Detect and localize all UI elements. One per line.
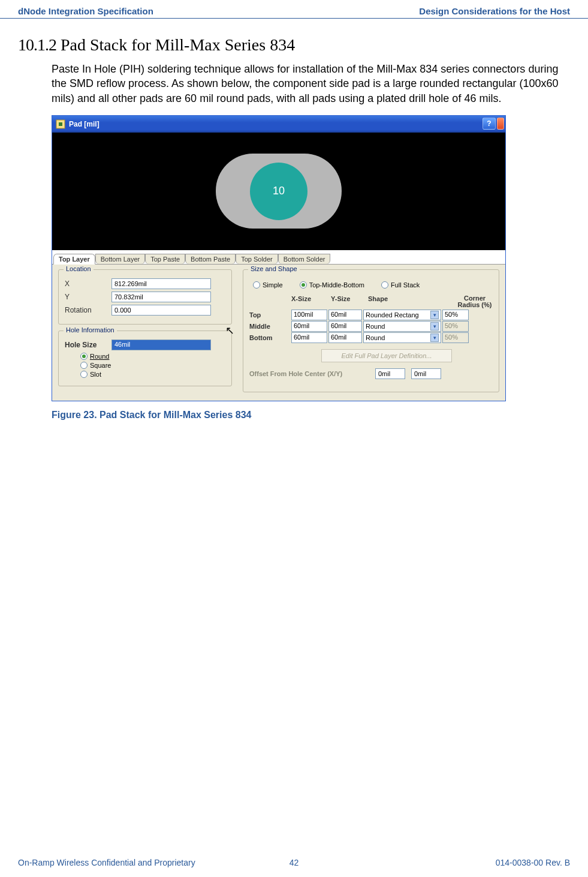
window-buttons: ? [483,118,504,130]
dialog-title: Pad [mil] [69,120,99,128]
help-button[interactable]: ? [483,118,496,130]
close-button[interactable] [497,118,504,130]
location-legend: Location [64,265,94,272]
col-xsize: X-Size [291,295,331,309]
row-bottom: Bottom 60mil 60mil Round▾ 50% [249,332,493,343]
pad-dialog: Pad [mil] ? 10 Top Layer Bottom Layer To… [52,115,506,401]
middle-ysize[interactable]: 60mil [328,321,362,332]
hole-group: Hole Information Hole Size 46mil Round S… [58,331,232,386]
col-ysize: Y-Size [331,295,368,309]
section-heading: 10.1.2 Pad Stack for Mill-Max Series 834 [18,35,588,55]
tab-top-paste[interactable]: Top Paste [145,254,185,264]
tab-top-solder[interactable]: Top Solder [236,254,278,264]
titlebar[interactable]: Pad [mil] ? [52,116,505,133]
x-label: X [65,280,107,288]
row-middle-label: Middle [249,323,291,330]
bottom-corner: 50% [442,332,469,343]
y-input[interactable] [111,292,211,302]
radio-icon [80,371,88,378]
page-footer: On-Ramp Wireless Confidential and Propri… [0,858,588,867]
mode-simple: Simple [263,281,283,289]
top-ysize[interactable]: 60mil [328,310,362,320]
figure-container: Pad [mil] ? 10 Top Layer Bottom Layer To… [52,115,588,401]
y-label: Y [65,293,107,301]
mode-tmb-radio[interactable]: Top-Middle-Bottom [300,281,364,289]
properties-panel: Location X Y Rotation Hole Inf [52,265,505,401]
middle-shape[interactable]: Round▾ [363,321,441,332]
figure-caption: Figure 23. Pad Stack for Mill-Max Series… [52,410,588,421]
bottom-ysize[interactable]: 60mil [328,332,362,343]
offset-row: Offset From Hole Center (X/Y) [249,368,493,379]
tab-top-layer[interactable]: Top Layer [53,254,95,265]
tab-bottom-solder[interactable]: Bottom Solder [278,254,331,264]
radio-icon [381,281,388,289]
pad-preview: 10 [52,133,505,250]
hole-opt-round: Round [90,353,109,360]
col-shape: Shape [368,295,457,309]
pad-shape-graphic: 10 [216,154,342,229]
hole-opt-square: Square [90,362,111,369]
hole-size-input[interactable]: 46mil [111,340,211,350]
top-corner[interactable]: 50% [442,310,469,320]
offset-label: Offset From Hole Center (X/Y) [249,370,369,377]
cursor-icon: ↖ [225,324,234,337]
middle-xsize[interactable]: 60mil [291,321,327,332]
body-paragraph: Paste In Hole (PIH) soldering technique … [52,62,567,106]
bottom-xsize[interactable]: 60mil [291,332,327,343]
hole-round-radio[interactable]: Round [80,353,225,360]
tab-bottom-paste[interactable]: Bottom Paste [185,254,236,264]
mode-fullstack: Full Stack [391,281,420,289]
row-top: Top 100mil 60mil Rounded Rectang▾ 50% [249,310,493,320]
page-header: dNode Integration Specification Design C… [0,0,588,19]
radio-icon [80,353,88,360]
section-number: 10.1.2 [18,35,56,54]
mode-tmb: Top-Middle-Bottom [309,281,364,289]
radio-icon [253,281,260,289]
chevron-down-icon[interactable]: ▾ [430,334,439,342]
hole-square-radio[interactable]: Square [80,362,225,369]
row-top-label: Top [249,311,291,319]
row-bottom-label: Bottom [249,334,291,341]
chevron-down-icon[interactable]: ▾ [430,311,439,319]
top-xsize[interactable]: 100mil [291,310,327,320]
header-right: Design Considerations for the Host [419,6,570,16]
footer-page-number: 42 [0,858,588,867]
x-input[interactable] [111,278,211,289]
hole-slot-radio[interactable]: Slot [80,371,225,378]
grid-headers: X-Size Y-Size Shape Corner Radius (%) [291,295,493,309]
edit-full-pad-button: Edit Full Pad Layer Definition... [321,349,452,362]
hole-opt-slot: Slot [90,371,101,378]
mode-simple-radio[interactable]: Simple [253,281,283,289]
radio-icon [300,281,307,289]
pad-designator: 10 [273,185,285,197]
rotation-input[interactable] [111,305,211,316]
layer-tabs: Top Layer Bottom Layer Top Paste Bottom … [52,250,505,265]
rotation-label: Rotation [65,306,107,314]
svg-rect-1 [59,122,62,126]
col-corner: Corner Radius (%) [457,295,493,309]
offset-x-input[interactable] [375,368,405,379]
hole-size-label: Hole Size [65,341,107,349]
location-group: Location X Y Rotation [58,269,232,325]
hole-legend: Hole Information [64,326,117,334]
middle-corner: 50% [442,321,469,332]
tab-bottom-layer[interactable]: Bottom Layer [95,254,145,264]
row-middle: Middle 60mil 60mil Round▾ 50% [249,321,493,332]
pad-icon [56,119,65,129]
chevron-down-icon[interactable]: ▾ [430,322,439,331]
section-title: Pad Stack for Mill-Max Series 834 [61,35,295,54]
header-left: dNode Integration Specification [18,6,153,16]
top-shape[interactable]: Rounded Rectang▾ [363,310,441,320]
mode-fullstack-radio[interactable]: Full Stack [381,281,420,289]
offset-y-input[interactable] [411,368,441,379]
size-shape-legend: Size and Shape [248,265,300,272]
radio-icon [80,362,88,369]
bottom-shape[interactable]: Round▾ [363,332,441,343]
pad-hole-graphic: 10 [250,163,307,220]
size-shape-group: Size and Shape Simple Top-Middle-Bottom [243,269,499,392]
